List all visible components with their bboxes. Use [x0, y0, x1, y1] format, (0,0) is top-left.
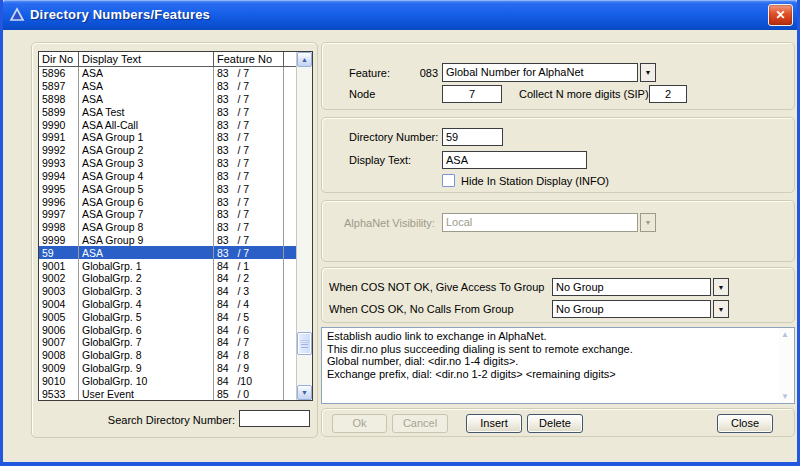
scrollbar-thumb[interactable]	[297, 332, 312, 355]
feature-label: Feature:	[349, 67, 390, 79]
cell-display-text: ASA Group 6	[79, 195, 214, 208]
cos-ok-label: When COS OK, No Calls From Group	[329, 303, 514, 315]
list-row[interactable]: 9998ASA Group 883 / 7	[39, 221, 296, 234]
cell-display-text: ASA Group 5	[79, 182, 214, 195]
cell-display-text: ASA Test	[79, 105, 214, 118]
search-directory-label: Search Directory Number:	[63, 414, 235, 426]
cell-display-text: ASA Group 7	[79, 208, 214, 221]
feature-code: 083	[402, 67, 438, 79]
app-triangle-icon	[9, 7, 25, 23]
list-row[interactable]: 9008GlobalGrp. 884 / 8	[39, 349, 296, 362]
cell-dir-no: 59	[39, 246, 79, 259]
list-row[interactable]: 5898ASA83 / 7	[39, 93, 296, 106]
insert-button[interactable]: Insert	[466, 414, 522, 433]
feature-dropdown-icon[interactable]: ▼	[640, 63, 656, 82]
cell-feature-no: 84 / 2	[214, 272, 284, 285]
list-row[interactable]: 9994ASA Group 483 / 7	[39, 170, 296, 183]
description-line: This dir.no plus succeeding dialing is s…	[327, 343, 774, 356]
cell-dir-no: 9997	[39, 208, 79, 221]
cell-display-text: GlobalGrp. 4	[79, 298, 214, 311]
list-header: Dir No Display Text Feature No	[39, 52, 296, 67]
feature-combobox-value: Global Number for AlphaNet	[442, 63, 638, 82]
directory-number-input[interactable]	[442, 128, 503, 146]
cell-feature-no: 83 / 7	[214, 144, 284, 157]
list-row[interactable]: 9996ASA Group 683 / 7	[39, 195, 296, 208]
cell-display-text: ASA Group 4	[79, 170, 214, 183]
cos-not-ok-label: When COS NOT OK, Give Access To Group	[329, 281, 544, 293]
list-row[interactable]: 5899ASA Test83 / 7	[39, 105, 296, 118]
cell-dir-no: 9994	[39, 170, 79, 183]
feature-combobox[interactable]: Global Number for AlphaNet ▼	[442, 63, 656, 82]
list-row[interactable]: 9001GlobalGrp. 184 / 1	[39, 259, 296, 272]
cell-feature-no: 83 / 7	[214, 195, 284, 208]
cell-feature-no: 83 / 7	[214, 246, 284, 259]
cell-dir-no: 5899	[39, 105, 79, 118]
description-line: Establish audio link to exchange in Alph…	[327, 330, 774, 343]
cell-feature-no: 84 / 6	[214, 323, 284, 336]
column-header-dir-no[interactable]: Dir No	[39, 52, 79, 66]
list-row[interactable]: 9005GlobalGrp. 584 / 5	[39, 310, 296, 323]
list-row[interactable]: 9993ASA Group 383 / 7	[39, 157, 296, 170]
collect-digits-input[interactable]	[649, 85, 687, 103]
delete-button[interactable]: Delete	[527, 414, 583, 433]
cell-display-text: GlobalGrp. 1	[79, 259, 214, 272]
scroll-up-icon[interactable]: ▲	[297, 52, 312, 67]
list-row[interactable]: 9007GlobalGrp. 784 / 7	[39, 336, 296, 349]
hide-in-station-checkbox[interactable]	[442, 174, 455, 187]
cancel-button: Cancel	[392, 414, 448, 433]
cell-display-text: GlobalGrp. 9	[79, 362, 214, 375]
cell-dir-no: 9006	[39, 323, 79, 336]
list-row[interactable]: 9990ASA All-Call83 / 7	[39, 118, 296, 131]
description-line: Global number, dial: <dir.no 1-4 digits>…	[327, 355, 774, 368]
cell-dir-no: 9998	[39, 221, 79, 234]
cell-feature-no: 84 /10	[214, 375, 284, 388]
cell-dir-no: 9993	[39, 157, 79, 170]
hide-in-station-label: Hide In Station Display (INFO)	[461, 175, 609, 187]
list-row[interactable]: 5896ASA83 / 7	[39, 67, 296, 80]
alphanet-dropdown-icon: ▼	[640, 213, 656, 232]
list-row[interactable]: 9004GlobalGrp. 484 / 4	[39, 298, 296, 311]
cell-display-text: ASA	[79, 93, 214, 106]
list-row[interactable]: 9010GlobalGrp. 1084 /10	[39, 375, 296, 388]
search-directory-input[interactable]	[239, 410, 310, 427]
list-row[interactable]: 9999ASA Group 983 / 7	[39, 234, 296, 247]
close-window-button[interactable]: ✕	[768, 4, 793, 26]
node-input[interactable]	[442, 85, 502, 103]
list-row[interactable]: 9533User Event85 / 0	[39, 387, 296, 400]
list-scrollbar[interactable]: ▲ ▼	[296, 52, 312, 400]
list-row[interactable]: 9997ASA Group 783 / 7	[39, 208, 296, 221]
list-row[interactable]: 9991ASA Group 183 / 7	[39, 131, 296, 144]
cell-display-text: GlobalGrp. 8	[79, 349, 214, 362]
cell-dir-no: 9995	[39, 182, 79, 195]
column-header-feature-no[interactable]: Feature No	[214, 52, 284, 66]
cell-display-text: GlobalGrp. 6	[79, 323, 214, 336]
cell-dir-no: 9003	[39, 285, 79, 298]
list-row[interactable]: 9006GlobalGrp. 684 / 6	[39, 323, 296, 336]
list-row[interactable]: 9995ASA Group 583 / 7	[39, 182, 296, 195]
directory-list[interactable]: Dir No Display Text Feature No 5896ASA83…	[38, 51, 313, 401]
display-text-input[interactable]	[442, 151, 587, 169]
cell-dir-no: 5896	[39, 67, 79, 80]
list-row[interactable]: 9009GlobalGrp. 984 / 9	[39, 362, 296, 375]
cos-not-ok-combobox[interactable]: No Group ▼	[552, 278, 729, 296]
cell-feature-no: 84 / 3	[214, 285, 284, 298]
list-row[interactable]: 9002GlobalGrp. 284 / 2	[39, 272, 296, 285]
close-button[interactable]: Close	[717, 414, 773, 433]
column-header-display-text[interactable]: Display Text	[79, 52, 214, 66]
list-row[interactable]: 9003GlobalGrp. 384 / 3	[39, 285, 296, 298]
title-bar: Directory Numbers/Features ✕	[0, 0, 800, 30]
cell-dir-no: 9991	[39, 131, 79, 144]
cell-feature-no: 83 / 7	[214, 80, 284, 93]
alphanet-visibility-label: AlphaNet Visibility:	[344, 217, 435, 229]
cell-feature-no: 84 / 8	[214, 349, 284, 362]
cell-dir-no: 5898	[39, 93, 79, 106]
cos-ok-combobox[interactable]: No Group ▼	[552, 300, 729, 318]
cos-not-ok-dropdown-icon[interactable]: ▼	[713, 278, 729, 296]
cos-group: When COS NOT OK, Give Access To Group No…	[321, 267, 795, 323]
list-row[interactable]: 5897ASA83 / 7	[39, 80, 296, 93]
list-row[interactable]: 9992ASA Group 283 / 7	[39, 144, 296, 157]
cos-ok-dropdown-icon[interactable]: ▼	[713, 300, 729, 318]
scroll-down-icon[interactable]: ▼	[297, 385, 312, 400]
list-row[interactable]: 59ASA83 / 7	[39, 246, 296, 259]
directory-numbers-features-dialog: Directory Numbers/Features ✕ Dir No Disp…	[0, 0, 800, 466]
